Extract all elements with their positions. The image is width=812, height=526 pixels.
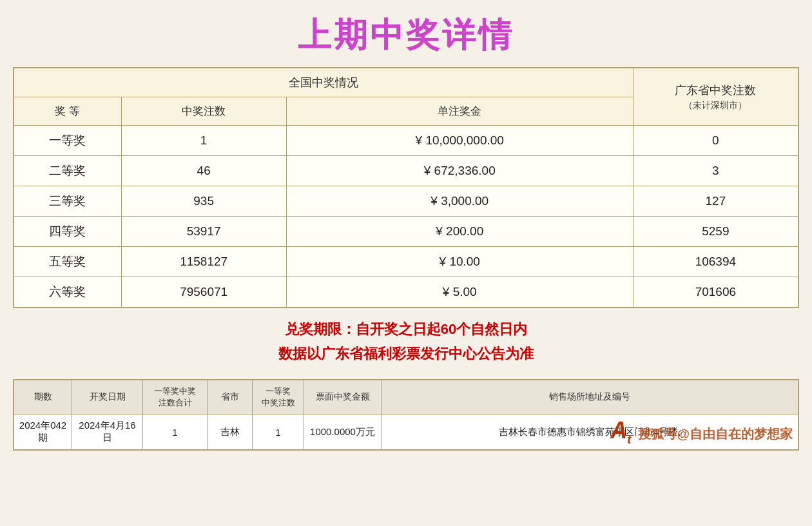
at-symbol: At (610, 417, 631, 443)
col-count-header: 中奖注数 (121, 97, 286, 126)
bottom-table-row: 2024年042期 2024年4月16日 1 吉林 1 1000.0000万元 … (14, 414, 798, 450)
main-title: 上期中奖详情 (13, 6, 799, 67)
notice-line1: 兑奖期限：自开奖之日起60个自然日内 (26, 320, 786, 339)
table-row: 一等奖 1 ¥ 10,000,000.00 0 (14, 126, 798, 156)
table-header-national: 全国中奖情况 广东省中奖注数 （未计深圳市） (14, 68, 798, 97)
watermark-text: 搜狐号@自由自在的梦想家 (638, 427, 793, 441)
prize-level: 二等奖 (14, 156, 122, 186)
row-address: 吉林长春市德惠市锦绣富苑小区门市4号楼, At 搜狐号@自由自在的梦想家 (382, 414, 798, 450)
bottom-col-firstcount: 一等奖中奖注数合计 (143, 380, 208, 414)
table-row: 三等奖 935 ¥ 3,000.00 127 (14, 186, 798, 217)
table-row: 四等奖 53917 ¥ 200.00 5259 (14, 217, 798, 247)
prize-amount: ¥ 200.00 (286, 217, 633, 247)
table-row: 六等奖 7956071 ¥ 5.00 701606 (14, 277, 798, 307)
prize-count: 46 (121, 156, 286, 186)
bottom-col-province: 省市 (208, 380, 253, 414)
prize-amount: ¥ 3,000.00 (286, 186, 633, 217)
bottom-col-facevalue: 票面中奖金额 (304, 380, 382, 414)
row-period: 2024年042期 (14, 414, 72, 450)
prize-guangdong: 701606 (633, 277, 798, 307)
prize-guangdong: 3 (633, 156, 798, 186)
row-firstcount: 1 (143, 414, 208, 450)
prize-count: 53917 (121, 217, 286, 247)
guangdong-header: 广东省中奖注数 （未计深圳市） (633, 68, 798, 126)
row-province: 吉林 (208, 414, 253, 450)
row-date: 2024年4月16日 (72, 414, 143, 450)
prize-level: 一等奖 (14, 126, 122, 156)
prize-level: 六等奖 (14, 277, 122, 307)
table-row: 二等奖 46 ¥ 672,336.00 3 (14, 156, 798, 186)
bottom-table: 期数 开奖日期 一等奖中奖注数合计 省市 一等奖中奖注数 票面中奖金额 销售场所… (14, 380, 798, 450)
prize-guangdong: 0 (633, 126, 798, 156)
page-wrapper: 上期中奖详情 全国中奖情况 广东省中奖注数 （未计深圳市） 奖 等 (0, 0, 812, 526)
col-amount-header: 单注奖金 (286, 97, 633, 126)
prize-amount: ¥ 5.00 (286, 277, 633, 307)
prize-count: 7956071 (121, 277, 286, 307)
notice-line2: 数据以广东省福利彩票发行中心公告为准 (26, 344, 786, 364)
row-firstwincount: 1 (253, 414, 304, 450)
prize-amount: ¥ 10.00 (286, 247, 633, 277)
prize-table-wrapper: 全国中奖情况 广东省中奖注数 （未计深圳市） 奖 等 中奖注数 单注奖金 一等奖… (13, 67, 799, 308)
notice-section: 兑奖期限：自开奖之日起60个自然日内 数据以广东省福利彩票发行中心公告为准 (13, 308, 799, 370)
bottom-col-period: 期数 (14, 380, 72, 414)
prize-amount: ¥ 10,000,000.00 (286, 126, 633, 156)
row-facevalue: 1000.0000万元 (304, 414, 382, 450)
prize-count: 1158127 (121, 247, 286, 277)
prize-level: 四等奖 (14, 217, 122, 247)
prize-count: 1 (121, 126, 286, 156)
bottom-table-header: 期数 开奖日期 一等奖中奖注数合计 省市 一等奖中奖注数 票面中奖金额 销售场所… (14, 380, 798, 414)
prize-amount: ¥ 672,336.00 (286, 156, 633, 186)
prize-guangdong: 127 (633, 186, 798, 217)
prize-table: 全国中奖情况 广东省中奖注数 （未计深圳市） 奖 等 中奖注数 单注奖金 一等奖… (14, 68, 798, 307)
prize-level: 三等奖 (14, 186, 122, 217)
table-row: 五等奖 1158127 ¥ 10.00 106394 (14, 247, 798, 277)
bottom-section: 期数 开奖日期 一等奖中奖注数合计 省市 一等奖中奖注数 票面中奖金额 销售场所… (13, 379, 799, 451)
national-header: 全国中奖情况 (14, 68, 633, 97)
bottom-col-firstwincount: 一等奖中奖注数 (253, 380, 304, 414)
prize-guangdong: 5259 (633, 217, 798, 247)
bottom-col-date: 开奖日期 (72, 380, 143, 414)
bottom-col-address: 销售场所地址及编号 (382, 380, 798, 414)
prize-guangdong: 106394 (633, 247, 798, 277)
watermark-overlay: At 搜狐号@自由自在的梦想家 (610, 417, 793, 447)
prize-count: 935 (121, 186, 286, 217)
prize-level: 五等奖 (14, 247, 122, 277)
col-prize-header: 奖 等 (14, 97, 122, 126)
